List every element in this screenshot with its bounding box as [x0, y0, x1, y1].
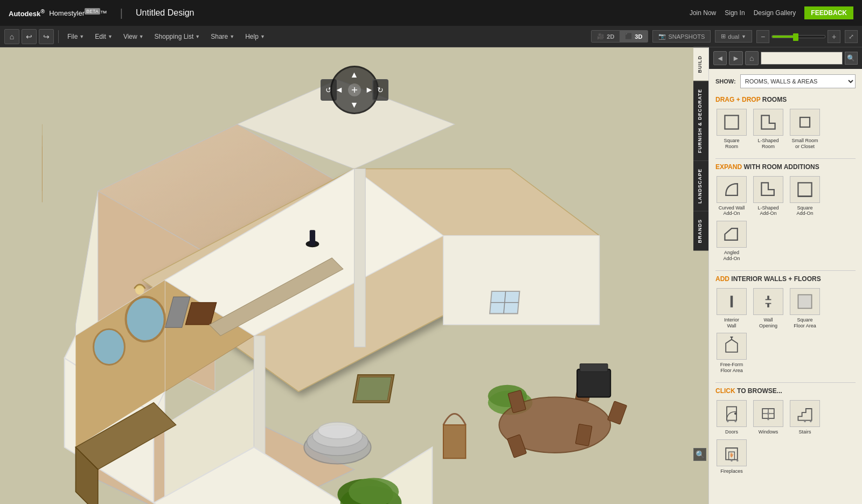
- fireplaces-item[interactable]: Fireplaces: [715, 439, 748, 474]
- curved-wall-label: Curved WallAdd-On: [719, 205, 745, 217]
- panel-search-input[interactable]: [761, 52, 843, 65]
- lshaped-room-item[interactable]: L-ShapedRoom: [752, 109, 784, 150]
- join-now-link[interactable]: Join Now: [690, 9, 716, 17]
- angled-addon-item[interactable]: AngledAdd-On: [715, 221, 748, 262]
- square-floor-icon-box[interactable]: [790, 288, 820, 315]
- square-addon-icon-box[interactable]: [790, 176, 820, 203]
- windows-item[interactable]: Windows: [752, 400, 784, 435]
- wall-opening-icon-box[interactable]: [753, 288, 783, 315]
- build-tab-button[interactable]: BUILD: [693, 47, 708, 81]
- view-2d-button[interactable]: 🎥 2D: [592, 31, 620, 42]
- interior-normal: INTERIOR WALLS + FLOORS: [731, 275, 821, 283]
- view-3d-label: 3D: [635, 33, 642, 40]
- square-addon-item[interactable]: SquareAdd-On: [789, 176, 821, 217]
- fullscreen-button[interactable]: ⤢: [845, 30, 858, 43]
- nav-center-button[interactable]: [348, 83, 361, 96]
- square-room-item[interactable]: SquareRoom: [715, 109, 748, 150]
- drag-rooms-section-header: DRAG + DROP ROOMS: [715, 96, 856, 103]
- show-dropdown[interactable]: ROOMS, WALLS & AREAS: [740, 74, 856, 88]
- square-floor-label: SquareFloor Area: [794, 317, 816, 329]
- floor-plan-canvas[interactable]: [0, 80, 708, 504]
- lshaped-room-label: L-ShapedRoom: [757, 138, 778, 150]
- svg-point-75: [734, 412, 737, 415]
- interior-grid: InteriorWall WallOpening: [715, 288, 856, 374]
- freeform-floor-label: Free-FormFloor Area: [720, 362, 743, 374]
- curved-wall-icon-box[interactable]: [717, 176, 747, 203]
- freeform-floor-item[interactable]: Free-FormFloor Area: [715, 333, 748, 374]
- view-toggle: 🎥 2D ⬛ 3D: [591, 30, 648, 43]
- dual-monitor-icon: ⊞: [721, 33, 726, 40]
- lshaped-addon-shape: [759, 180, 778, 199]
- panel-forward-button[interactable]: ►: [729, 51, 742, 65]
- panel-search-button[interactable]: 🔍: [845, 52, 858, 65]
- svg-marker-71: [726, 340, 738, 352]
- lshaped-addon-icon-box[interactable]: [753, 176, 783, 203]
- share-menu-button[interactable]: Share ▼: [206, 31, 239, 43]
- panel-home-button[interactable]: ⌂: [745, 51, 759, 65]
- snapshots-button[interactable]: 📷 SNAPSHOTS: [652, 30, 711, 43]
- nav-up-arrow[interactable]: ▲: [349, 69, 360, 80]
- edit-menu-button[interactable]: Edit ▼: [91, 31, 117, 43]
- sign-in-link[interactable]: Sign In: [725, 9, 745, 17]
- interior-wall-item[interactable]: InteriorWall: [715, 288, 748, 329]
- square-floor-item[interactable]: SquareFloor Area: [789, 288, 821, 329]
- canvas-area[interactable]: ↺ ▲ ▼ ◄ ► ↻ 🔍: [0, 47, 708, 504]
- navigation-control[interactable]: ↺ ▲ ▼ ◄ ► ↻: [325, 60, 384, 120]
- interior-wall-icon-box[interactable]: [717, 288, 747, 315]
- undo-button[interactable]: ↩: [22, 29, 37, 44]
- small-room-item[interactable]: Small Roomor Closet: [789, 109, 821, 150]
- browse-grid: Doors Windows: [715, 400, 856, 474]
- canvas-magnify-button[interactable]: 🔍: [693, 448, 706, 461]
- zoom-out-button[interactable]: −: [756, 30, 769, 43]
- windows-icon-box[interactable]: [753, 400, 783, 427]
- square-room-shape: [722, 113, 741, 132]
- dual-button[interactable]: ⊞ dual ▼: [715, 30, 752, 43]
- shopping-list-menu-button[interactable]: Shopping List ▼: [150, 31, 205, 43]
- zoom-in-button[interactable]: +: [828, 30, 840, 43]
- toolbar-right: 🎥 2D ⬛ 3D 📷 SNAPSHOTS ⊞ dual ▼ − +: [591, 30, 858, 43]
- small-room-icon-box[interactable]: [790, 109, 820, 136]
- beta-badge: BETA: [85, 8, 100, 15]
- stairs-item[interactable]: Stairs: [789, 400, 821, 435]
- main-area: ↺ ▲ ▼ ◄ ► ↻ 🔍 BUILD FURNISH & DECORATE L…: [0, 47, 862, 504]
- angled-addon-icon-box[interactable]: [717, 221, 747, 248]
- small-room-shape: [795, 113, 815, 132]
- rotate-right-button[interactable]: ↻: [372, 79, 388, 101]
- feedback-button[interactable]: FEEDBACK: [804, 6, 853, 19]
- nav-left-arrow[interactable]: ◄: [334, 85, 345, 95]
- interior-wall-label: InteriorWall: [724, 317, 739, 329]
- square-room-icon-box[interactable]: [717, 109, 747, 136]
- design-gallery-link[interactable]: Design Gallery: [754, 9, 796, 17]
- svg-marker-12: [443, 236, 600, 325]
- zoom-slider-track[interactable]: [771, 35, 825, 38]
- panel-back-button[interactable]: ◄: [713, 51, 727, 65]
- wall-opening-item[interactable]: WallOpening: [752, 288, 784, 329]
- landscape-tab-button[interactable]: LANDSCAPE: [693, 160, 708, 211]
- fireplaces-icon-box[interactable]: [717, 439, 747, 466]
- svg-marker-64: [725, 228, 737, 240]
- view-menu-button[interactable]: View ▼: [119, 31, 148, 43]
- brands-tab-button[interactable]: BRANDS: [693, 211, 708, 251]
- doors-item[interactable]: Doors: [715, 400, 748, 435]
- lshaped-room-icon-box[interactable]: [753, 109, 783, 136]
- freeform-floor-icon-box[interactable]: [717, 333, 747, 360]
- panel-header: ◄ ► ⌂ 🔍: [709, 47, 862, 69]
- furnish-tab-button[interactable]: FURNISH & DECORATE: [693, 81, 708, 160]
- top-bar: Autodesk® HomestylerBETA™ | Untitled Des…: [0, 0, 862, 26]
- curved-wall-item[interactable]: Curved WallAdd-On: [715, 176, 748, 217]
- svg-point-88: [731, 459, 733, 461]
- curved-wall-shape: [722, 180, 741, 199]
- view-3d-button[interactable]: ⬛ 3D: [620, 31, 648, 42]
- lshaped-addon-item[interactable]: L-ShapedAdd-On: [752, 176, 784, 217]
- zoom-slider-thumb[interactable]: [793, 33, 798, 41]
- build-panel-content: SHOW: ROOMS, WALLS & AREAS DRAG + DROP R…: [709, 69, 862, 504]
- redo-button[interactable]: ↪: [39, 29, 54, 44]
- drag-rooms-highlight: DRAG + DROP: [715, 96, 760, 103]
- help-menu-button[interactable]: Help ▼: [241, 31, 269, 43]
- doors-icon-box[interactable]: [717, 400, 747, 427]
- nav-down-arrow[interactable]: ▼: [349, 100, 360, 110]
- stairs-label: Stairs: [798, 429, 811, 435]
- stairs-icon-box[interactable]: [790, 400, 820, 427]
- file-menu-button[interactable]: File ▼: [63, 31, 88, 43]
- home-icon-button[interactable]: ⌂: [4, 29, 19, 44]
